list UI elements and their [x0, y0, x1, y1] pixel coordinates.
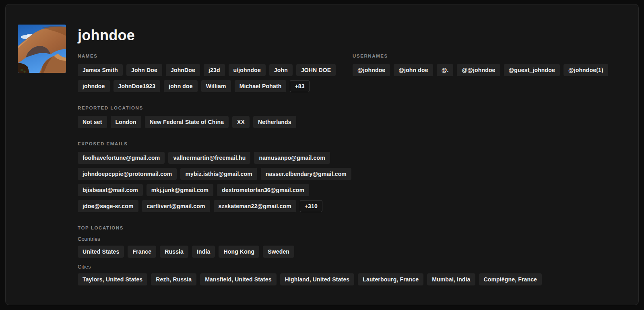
chip-row: johndoepcppie@protonmail.commybiz.isthis…	[78, 168, 353, 180]
profile-content: johndoe NAMES James SmithJohn DoeJohnDoe…	[78, 24, 624, 285]
email-chip: jdoe@sage-sr.com	[78, 200, 138, 212]
name-chip: JohnDoe	[166, 64, 200, 76]
email-chip: bjisbeast@mail.com	[78, 184, 143, 196]
usernames-chip-list: @johndoe@john doe@.@@johndoe@guest_johnd…	[353, 64, 624, 76]
email-chip: dextrometorfan36@gmail.com	[217, 184, 309, 196]
cities-group: Cities Taylors, United StatesRezh, Russi…	[78, 264, 624, 285]
email-chip: johndoepcppie@protonmail.com	[78, 168, 177, 180]
names-label: NAMES	[78, 54, 353, 58]
city-chip: Compiègne, France	[479, 273, 542, 285]
city-chip: Mansfield, United States	[200, 273, 276, 285]
exposed-emails-label: EXPOSED EMAILS	[78, 141, 353, 146]
left-column: NAMES James SmithJohn DoeJohnDoej23du/jo…	[78, 54, 353, 212]
name-chip: James Smith	[78, 64, 123, 76]
columns: NAMES James SmithJohn DoeJohnDoej23du/jo…	[78, 54, 624, 212]
section-usernames: USERNAMES @johndoe@john doe@.@@johndoe@g…	[353, 54, 624, 76]
chip-row: James SmithJohn DoeJohnDoej23du/johndoeJ…	[78, 64, 353, 76]
section-names: NAMES James SmithJohn DoeJohnDoej23du/jo…	[78, 54, 353, 92]
name-chip: John Doe	[126, 64, 162, 76]
avatar	[18, 25, 66, 73]
city-chip: Rezh, Russia	[151, 273, 196, 285]
city-chip: Lauterbourg, France	[358, 273, 423, 285]
reported-location-chip: Not set	[78, 116, 107, 128]
name-chip: Michael Pohath	[235, 80, 287, 92]
city-chip: Mumbai, India	[427, 273, 475, 285]
reported-location-chip: XX	[232, 116, 250, 128]
rock-arch-image	[18, 25, 66, 73]
countries-group: Countries United StatesFranceRussiaIndia…	[78, 236, 624, 258]
chip-row: foolhavefortune@gmail.comvallnermartin@f…	[78, 152, 353, 164]
username-chip: @guest_johndoe	[504, 64, 560, 76]
page-title: johndoe	[78, 27, 624, 44]
country-chip: Sweden	[263, 246, 294, 258]
country-chip: Hong Kong	[219, 246, 259, 258]
chip-row: johndoeJohnDoe1923john doeWilliamMichael…	[78, 80, 353, 92]
section-top-locations: TOP LOCATIONS Countries United StatesFra…	[78, 225, 624, 285]
chip-row: Taylors, United StatesRezh, RussiaMansfi…	[78, 273, 624, 285]
exposed-emails-chip-list: foolhavefortune@gmail.comvallnermartin@f…	[78, 152, 353, 212]
section-reported-locations: REPORTED LOCATIONS Not setLondonNew Fede…	[78, 105, 353, 128]
email-chip: szskateman22@gmail.com	[214, 200, 296, 212]
country-chip: United States	[78, 246, 124, 258]
name-chip: j23d	[204, 64, 225, 76]
chip-row: bjisbeast@mail.commkj.junk@gmail.comdext…	[78, 184, 353, 196]
chip-row: United StatesFranceRussiaIndiaHong KongS…	[78, 246, 624, 258]
name-chip: johndoe	[78, 80, 110, 92]
email-chip: nasser.elbendary@gmail.com	[261, 168, 351, 180]
username-chip: @@johndoe	[457, 64, 500, 76]
name-chip: john doe	[164, 80, 198, 92]
reported-location-chip: Netherlands	[253, 116, 296, 128]
email-chip: mkj.junk@gmail.com	[147, 184, 213, 196]
reported-location-chip: New Federal State of China	[145, 116, 229, 128]
top-locations-label: TOP LOCATIONS	[78, 225, 624, 230]
country-chip: India	[192, 246, 215, 258]
usernames-label: USERNAMES	[353, 54, 624, 58]
username-chip: @johndoe	[353, 64, 390, 76]
chip-row: Not setLondonNew Federal State of ChinaX…	[78, 116, 353, 128]
email-chip: cartlivert@gmail.com	[142, 200, 210, 212]
countries-label: Countries	[78, 236, 624, 242]
username-chip: @johndoe(1)	[564, 64, 608, 76]
reported-locations-label: REPORTED LOCATIONS	[78, 105, 353, 110]
cities-label: Cities	[78, 264, 624, 270]
name-chip-more[interactable]: +83	[290, 80, 309, 92]
name-chip: u/johndoe	[229, 64, 266, 76]
username-chip: @john doe	[394, 64, 433, 76]
country-chip: France	[128, 246, 156, 258]
email-chip-more[interactable]: +310	[300, 200, 322, 212]
section-exposed-emails: EXPOSED EMAILS foolhavefortune@gmail.com…	[78, 141, 353, 212]
chip-row: jdoe@sage-sr.comcartlivert@gmail.comszsk…	[78, 200, 353, 212]
cities-chip-list: Taylors, United StatesRezh, RussiaMansfi…	[78, 273, 624, 285]
name-chip: William	[201, 80, 231, 92]
reported-location-chip: London	[111, 116, 141, 128]
city-chip: Highland, United States	[280, 273, 355, 285]
country-chip: Russia	[160, 246, 188, 258]
countries-chip-list: United StatesFranceRussiaIndiaHong KongS…	[78, 246, 624, 258]
name-chip: JohnDoe1923	[114, 80, 161, 92]
name-chip: JOHN DOE	[296, 64, 336, 76]
email-chip: foolhavefortune@gmail.com	[78, 152, 165, 164]
reported-locations-chip-list: Not setLondonNew Federal State of ChinaX…	[78, 116, 353, 128]
email-chip: mybiz.isthis@gmail.com	[180, 168, 257, 180]
names-chip-list: James SmithJohn DoeJohnDoej23du/johndoeJ…	[78, 64, 353, 92]
email-chip: vallnermartin@freemail.hu	[168, 152, 250, 164]
profile-card: johndoe NAMES James SmithJohn DoeJohnDoe…	[5, 4, 639, 305]
city-chip: Taylors, United States	[78, 273, 147, 285]
chip-row: @johndoe@john doe@.@@johndoe@guest_johnd…	[353, 64, 624, 76]
right-column: USERNAMES @johndoe@john doe@.@@johndoe@g…	[353, 54, 624, 212]
email-chip: namusanpo@gmail.com	[254, 152, 330, 164]
name-chip: John	[269, 64, 293, 76]
username-chip: @.	[437, 64, 454, 76]
